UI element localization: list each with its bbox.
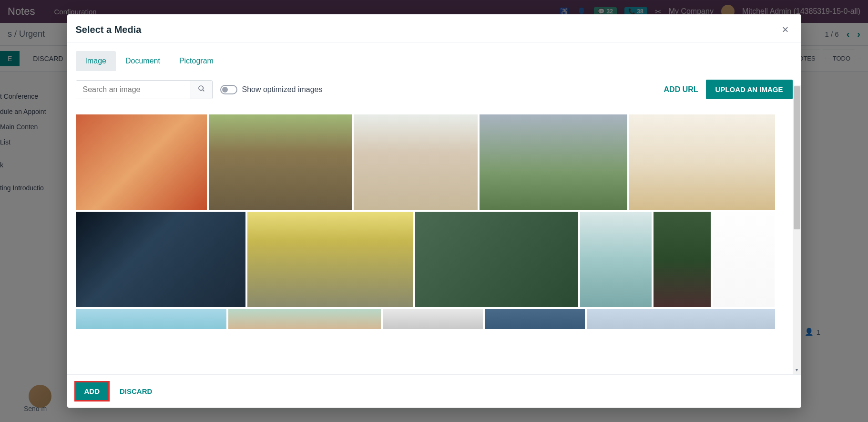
toggle-wrapper: Show optimized images [220, 85, 323, 94]
modal-tabs: Image Document Pictogram [76, 51, 793, 71]
image-thumbnail[interactable] [654, 212, 711, 307]
image-thumbnail[interactable] [247, 212, 413, 307]
search-button[interactable] [191, 81, 212, 99]
tab-document[interactable]: Document [116, 51, 170, 71]
search-icon [198, 85, 205, 93]
optimized-toggle[interactable] [220, 85, 237, 94]
media-modal: Select a Media × ▴ ▾ Image Document Pict… [67, 14, 801, 408]
image-thumbnail[interactable] [713, 212, 775, 307]
image-thumbnail[interactable] [209, 114, 352, 210]
scrollbar-thumb[interactable] [794, 86, 800, 229]
discard-modal-button[interactable]: DISCARD [116, 382, 156, 400]
search-right: ADD URL UPLOAD AN IMAGE [664, 80, 793, 99]
image-thumbnail[interactable] [228, 309, 381, 329]
search-row: Show optimized images ADD URL UPLOAD AN … [76, 80, 793, 99]
svg-point-0 [199, 86, 203, 90]
upload-button[interactable]: UPLOAD AN IMAGE [706, 80, 793, 99]
image-thumbnail[interactable] [76, 309, 226, 329]
image-thumbnail[interactable] [415, 212, 578, 307]
image-row [76, 212, 793, 307]
image-thumbnail[interactable] [629, 114, 775, 210]
scroll-down-icon[interactable]: ▾ [793, 366, 801, 374]
modal-footer: ADD DISCARD [67, 374, 801, 408]
svg-line-1 [203, 90, 204, 91]
image-thumbnail[interactable] [480, 114, 627, 210]
add-button[interactable]: ADD [76, 382, 109, 400]
image-thumbnail[interactable] [587, 309, 775, 329]
modal-body: ▴ ▾ Image Document Pictogram [67, 42, 801, 374]
image-thumbnail[interactable] [76, 212, 245, 307]
tab-pictogram[interactable]: Pictogram [170, 51, 223, 71]
search-input[interactable] [76, 81, 191, 99]
modal-title: Select a Media [76, 24, 142, 35]
scrollbar[interactable]: ▴ ▾ [793, 85, 801, 374]
image-thumbnail[interactable] [580, 212, 652, 307]
toggle-label: Show optimized images [242, 85, 323, 94]
image-thumbnail[interactable] [76, 114, 207, 210]
image-thumbnail[interactable] [485, 309, 585, 329]
image-thumbnail[interactable] [383, 309, 483, 329]
tab-image[interactable]: Image [76, 51, 116, 71]
add-url-link[interactable]: ADD URL [664, 85, 698, 94]
modal-header: Select a Media × [67, 14, 801, 42]
image-row [76, 114, 793, 210]
image-row [76, 309, 793, 329]
image-thumbnail[interactable] [354, 114, 478, 210]
search-group [76, 80, 213, 99]
image-grid [76, 114, 793, 329]
close-icon[interactable]: × [778, 23, 792, 36]
